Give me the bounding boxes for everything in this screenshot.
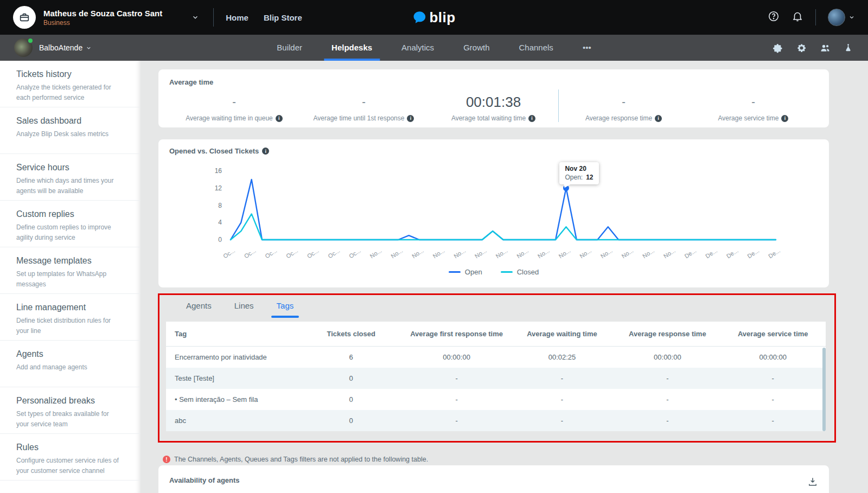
help-icon[interactable] (768, 10, 780, 24)
helpdesk-sidebar: Tickets historyAnalyze the tickets gener… (0, 61, 141, 493)
sidebar-item-message-templates[interactable]: Message templatesSet up templates for Wh… (0, 247, 141, 294)
settings-gear-icon[interactable] (796, 43, 807, 53)
table-cell: - (509, 395, 615, 404)
legend-swatch (501, 271, 513, 273)
sidebar-item-title: Custom replies (16, 209, 122, 219)
metric-value: - (559, 94, 688, 112)
svg-text:De...: De... (746, 247, 760, 260)
tab-analytics[interactable]: Analytics (391, 35, 445, 61)
svg-text:No...: No... (641, 247, 655, 260)
account-type-badge: Business (43, 19, 162, 27)
info-icon[interactable]: i (781, 115, 788, 122)
sidebar-item-sales-dashboard[interactable]: Sales dashboardAnalyze Blip Desk sales m… (0, 107, 141, 154)
metric-average-service-time: -Average service timei (688, 89, 818, 122)
info-icon[interactable]: i (276, 115, 283, 122)
topnav-blip-store[interactable]: Blip Store (264, 13, 302, 22)
table-cell: - (509, 417, 615, 425)
table-cell: 00:02:25 (509, 353, 615, 361)
table-cell: - (404, 374, 509, 382)
table-row: Encerramento por inatividade600:00:0000:… (166, 347, 826, 368)
chevron-down-icon[interactable] (192, 14, 199, 21)
svg-text:De...: De... (725, 247, 739, 260)
sidebar-item-tickets-history[interactable]: Tickets historyAnalyze the tickets gener… (0, 61, 141, 107)
svg-text:4: 4 (218, 219, 222, 226)
user-avatar (828, 9, 845, 26)
svg-text:16: 16 (215, 167, 222, 175)
info-icon[interactable]: i (262, 148, 269, 155)
metric-value: - (299, 94, 429, 112)
account-name: Matheus de Souza Castro Sant (43, 9, 162, 18)
table-scrollbar[interactable] (822, 348, 826, 431)
svg-text:No...: No... (662, 247, 676, 260)
account-switcher[interactable]: Matheus de Souza Castro Sant Business (0, 6, 199, 29)
integrations-puzzle-icon[interactable] (773, 43, 783, 53)
metric-label-text: Average response time (585, 114, 652, 122)
svg-text:De...: De... (704, 247, 718, 260)
team-users-icon[interactable] (820, 42, 831, 53)
sidebar-item-line-management[interactable]: Line managementDefine ticket distributio… (0, 294, 141, 341)
svg-text:Oc...: Oc... (306, 247, 320, 260)
metric-label: Average time until 1st responsei (299, 114, 429, 122)
sidebar-item-title: Rules (16, 443, 122, 452)
sidebar-item-service-hours[interactable]: Service hoursDefine which days and times… (0, 154, 141, 201)
availability-card: Availability of agents (158, 465, 829, 493)
legend-label: Closed (517, 268, 539, 276)
breakdown-tab-agents[interactable]: Agents (180, 301, 218, 318)
blip-logo: blip (412, 0, 455, 35)
bot-switcher[interactable]: BalboAtende (0, 39, 92, 57)
table-cell: - (720, 417, 826, 425)
tab-more[interactable]: ••• (572, 35, 602, 61)
sidebar-item-rules[interactable]: RulesConfigure customer service rules of… (0, 434, 141, 481)
sidebar-item-desc: Define custom replies to improve agility… (16, 222, 122, 242)
tab-channels[interactable]: Channels (508, 35, 564, 61)
lab-flask-icon[interactable] (844, 43, 853, 53)
breakdown-tab-lines[interactable]: Lines (228, 301, 260, 318)
svg-text:0: 0 (218, 236, 222, 244)
bot-nav-bar: BalboAtende BuilderHelpdesksAnalyticsGro… (0, 35, 868, 61)
tab-builder[interactable]: Builder (266, 35, 313, 61)
chart-title: Opened vs. Closed Tickets (169, 147, 259, 155)
tab-growth[interactable]: Growth (452, 35, 500, 61)
blip-logo-text: blip (429, 9, 455, 26)
sidebar-item-agents[interactable]: AgentsAdd and manage agents (0, 341, 141, 387)
metric-average-total-waiting-time: 00:01:38Average total waiting timei (429, 89, 559, 122)
chevron-down-icon (848, 14, 855, 21)
info-icon[interactable]: i (407, 115, 414, 122)
info-icon[interactable]: i (655, 115, 662, 122)
chart-canvas: 0481216Oc...Oc...Oc...Oc...Oc...Oc...Oc.… (169, 158, 831, 267)
download-icon[interactable] (807, 476, 818, 487)
sidebar-item-custom-replies[interactable]: Custom repliesDefine custom replies to i… (0, 201, 141, 247)
table-cell: - (404, 417, 509, 425)
sidebar-item-desc: Set up templates for WhatsApp messages (16, 269, 122, 289)
metric-label-text: Average time until 1st response (314, 114, 405, 122)
notifications-bell-icon[interactable] (792, 10, 803, 24)
metric-average-time-until-1st-response: -Average time until 1st responsei (299, 89, 429, 122)
table-header-row: TagTickets closedAverage first response … (166, 322, 826, 347)
user-menu[interactable] (828, 9, 855, 26)
topnav-home[interactable]: Home (226, 13, 248, 22)
table-cell: 0 (298, 395, 404, 404)
online-status-dot (27, 37, 34, 44)
bot-name: BalboAtende (39, 43, 82, 52)
metric-label: Average service timei (688, 114, 818, 122)
metric-value: - (169, 94, 299, 112)
svg-text:No...: No... (390, 247, 404, 260)
sidebar-item-title: Line management (16, 303, 122, 312)
breakdown-table-section: AgentsLinesTags TagTickets closedAverage… (158, 293, 836, 443)
divider (815, 9, 816, 25)
table-row: abc0---- (166, 410, 826, 431)
opened-closed-tickets-card: Opened vs. Closed Tickets i 0481216Oc...… (158, 139, 829, 287)
briefcase-icon (18, 11, 30, 23)
column-header-average-service-time: Average service time (720, 330, 826, 338)
info-icon[interactable]: i (528, 115, 535, 122)
breakdown-tab-tags[interactable]: Tags (270, 301, 301, 318)
svg-text:Oc...: Oc... (285, 247, 299, 260)
average-time-card: Average time -Average waiting time in qu… (158, 69, 829, 127)
top-app-bar: Matheus de Souza Castro Sant Business Ho… (0, 0, 868, 35)
sidebar-item-desc: Analyze Blip Desk sales metrics (16, 129, 122, 139)
sidebar-item-desc: Analyze the tickets generated for each p… (16, 82, 122, 103)
sidebar-item-personalized-breaks[interactable]: Personalized breaksSet types of breaks a… (0, 387, 141, 434)
tab-helpdesks[interactable]: Helpdesks (321, 35, 383, 61)
svg-text:Oc...: Oc... (327, 247, 341, 260)
chevron-down-icon (86, 45, 92, 51)
